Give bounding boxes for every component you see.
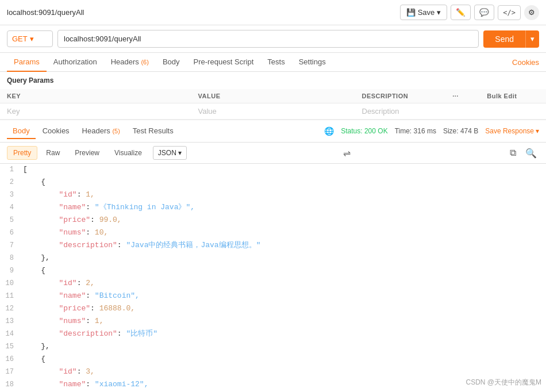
code-line: 6 "nums": 10,: [0, 227, 546, 240]
window-title: localhost:9091/queryAll: [7, 8, 84, 17]
col-header-actions: ···: [445, 89, 480, 103]
code-button[interactable]: </>: [498, 5, 521, 20]
response-tab-cookies[interactable]: Cookies: [37, 124, 75, 139]
tab-authorization[interactable]: Authorization: [47, 53, 104, 72]
tab-body[interactable]: Body: [156, 53, 187, 72]
code-line: 4 "name": "《Thinking in Java》",: [0, 202, 546, 214]
code-line: 7 "description": "Java中的经典书籍，Java编程思想。": [0, 240, 546, 252]
code-line: 16 {: [0, 353, 546, 366]
tab-settings[interactable]: Settings: [292, 53, 333, 72]
tab-tests[interactable]: Tests: [260, 53, 291, 72]
format-bar-right: ⇌: [341, 147, 353, 160]
bulk-edit-button[interactable]: Bulk Edit: [480, 89, 546, 103]
col-header-key: KEY: [0, 89, 191, 103]
code-line: 17 "id": 3,: [0, 366, 546, 379]
response-tab-headers[interactable]: Headers (5): [76, 124, 126, 139]
col-header-value: VALUE: [191, 89, 355, 103]
save-dropdown-icon: ▾: [437, 8, 441, 17]
save-button[interactable]: 💾 Save ▾: [400, 5, 448, 20]
code-area[interactable]: 1[2 {3 "id": 1,4 "name": "《Thinking in J…: [0, 164, 546, 389]
tabs-right: Cookies: [512, 53, 539, 71]
response-size: Size: 474 B: [443, 127, 478, 135]
code-line: 1[: [0, 164, 546, 176]
code-line: 13 "nums": 1,: [0, 316, 546, 328]
value-placeholder: Value: [198, 107, 217, 116]
response-time: Time: 316 ms: [395, 127, 436, 135]
code-line: 5 "price": 99.0,: [0, 214, 546, 227]
save-icon: 💾: [406, 8, 416, 17]
code-line: 2 {: [0, 176, 546, 189]
format-visualize[interactable]: Visualize: [108, 146, 148, 160]
edit-button[interactable]: ✏️: [451, 5, 471, 20]
response-tab-test-results[interactable]: Test Results: [127, 124, 179, 139]
response-meta: 🌐 Status: 200 OK Time: 316 ms Size: 474 …: [324, 126, 539, 136]
response-status: Status: 200 OK: [341, 127, 387, 135]
response-tab-body[interactable]: Body: [7, 124, 36, 139]
comment-button[interactable]: 💬: [474, 5, 494, 20]
format-dropdown-icon: ▾: [178, 149, 182, 157]
method-dropdown-icon: ▾: [30, 34, 34, 43]
method-selector[interactable]: GET ▾: [7, 30, 53, 47]
top-bar: localhost:9091/queryAll 💾 Save ▾ ✏️ 💬 </…: [0, 0, 546, 25]
param-empty-row: Key Value Description: [0, 103, 546, 120]
col-header-description: DESCRIPTION: [355, 89, 446, 103]
copy-icon[interactable]: ⧉: [507, 147, 518, 160]
tab-params[interactable]: Params: [7, 53, 47, 72]
code-line: 12 "price": 16888.0,: [0, 303, 546, 316]
code-line: 9 {: [0, 265, 546, 278]
code-line: 11 "name": "Bitcoin",: [0, 290, 546, 303]
code-line: 8 },: [0, 252, 546, 265]
globe-icon: 🌐: [324, 126, 334, 136]
code-line: 15 },: [0, 341, 546, 353]
send-dropdown-button[interactable]: ▾: [525, 30, 539, 48]
watermark: CSDN @天使中的魔鬼M: [466, 378, 541, 387]
key-placeholder: Key: [7, 107, 20, 116]
format-pretty[interactable]: Pretty: [7, 146, 37, 160]
code-line: 14 "description": "比特币": [0, 328, 546, 341]
toolbar-actions: 💾 Save ▾ ✏️ 💬 </> ⚙: [400, 5, 539, 20]
code-line: 18 "name": "xiaomi-12",: [0, 379, 546, 389]
code-line: 3 "id": 1,: [0, 189, 546, 202]
format-raw[interactable]: Raw: [40, 146, 66, 160]
tab-pre-request[interactable]: Pre-request Script: [187, 53, 261, 72]
format-type-selector[interactable]: JSON ▾: [153, 146, 187, 160]
params-table: KEY VALUE DESCRIPTION ··· Bulk Edit Key …: [0, 89, 546, 120]
cookies-button[interactable]: Cookies: [512, 53, 539, 71]
response-tabs: Body Cookies Headers (5) Test Results: [7, 124, 179, 139]
tab-headers[interactable]: Headers (6): [104, 53, 156, 72]
format-bar: Pretty Raw Preview Visualize JSON ▾ ⇌ ⧉ …: [0, 143, 546, 164]
search-icon[interactable]: 🔍: [523, 147, 539, 160]
settings-icon[interactable]: ⚙: [524, 5, 539, 20]
code-line: 10 "id": 2,: [0, 278, 546, 290]
response-bar: Body Cookies Headers (5) Test Results 🌐 …: [0, 120, 546, 143]
url-input[interactable]: [57, 30, 479, 48]
request-tabs: Params Authorization Headers (6) Body Pr…: [0, 53, 546, 72]
query-params-label: Query Params: [0, 72, 546, 89]
desc-placeholder: Description: [362, 107, 399, 116]
save-response-dropdown-icon: ▾: [536, 127, 539, 135]
filter-icon[interactable]: ⇌: [341, 147, 353, 160]
url-bar: GET ▾ Send ▾: [0, 25, 546, 53]
format-preview[interactable]: Preview: [68, 146, 106, 160]
send-group: Send ▾: [483, 30, 539, 48]
save-response-button[interactable]: Save Response ▾: [485, 127, 539, 135]
send-button[interactable]: Send: [483, 30, 525, 48]
